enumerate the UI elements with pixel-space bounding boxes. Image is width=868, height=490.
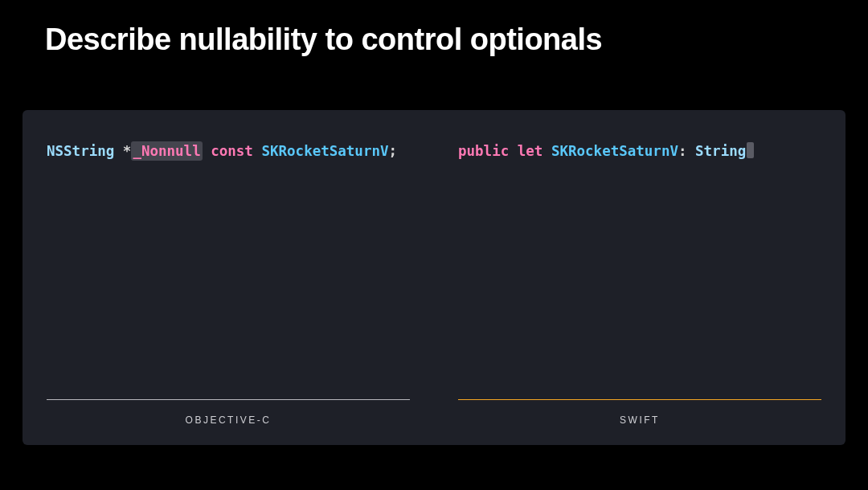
objc-code-line: NSString *_Nonnull const SKRocketSaturnV… xyxy=(47,141,410,161)
code-token-plain: * xyxy=(114,143,131,159)
code-token-keyword: const xyxy=(211,143,253,159)
cursor-icon xyxy=(747,142,754,158)
swift-pane: public let SKRocketSaturnV: String SWIFT xyxy=(434,110,845,445)
swift-divider-line xyxy=(458,399,821,400)
code-token-identifier: SKRocketSaturnV xyxy=(551,143,678,159)
objc-divider-line xyxy=(47,399,410,400)
code-token-plain: : xyxy=(678,143,695,159)
objc-label: OBJECTIVE-C xyxy=(47,414,410,426)
objective-c-pane: NSString *_Nonnull const SKRocketSaturnV… xyxy=(23,110,434,445)
code-token-keyword: let xyxy=(518,143,543,159)
slide-title: Describe nullability to control optional… xyxy=(0,0,868,57)
code-token-space xyxy=(509,143,518,159)
swift-code-line: public let SKRocketSaturnV: String xyxy=(458,141,821,161)
code-token-highlighted-keyword: _Nonnull xyxy=(131,141,202,161)
code-token-type: NSString xyxy=(47,143,114,159)
code-token-type: String xyxy=(695,143,746,159)
code-token-identifier: SKRocketSaturnV xyxy=(261,143,388,159)
code-token-plain: ; xyxy=(389,143,398,159)
swift-label: SWIFT xyxy=(458,414,821,426)
code-token-space xyxy=(253,143,262,159)
code-token-space xyxy=(542,143,551,159)
code-token-space xyxy=(203,143,211,159)
code-comparison-container: NSString *_Nonnull const SKRocketSaturnV… xyxy=(23,110,845,445)
objc-pane-footer: OBJECTIVE-C xyxy=(47,399,410,426)
code-token-keyword: public xyxy=(458,143,509,159)
swift-pane-footer: SWIFT xyxy=(458,399,821,426)
